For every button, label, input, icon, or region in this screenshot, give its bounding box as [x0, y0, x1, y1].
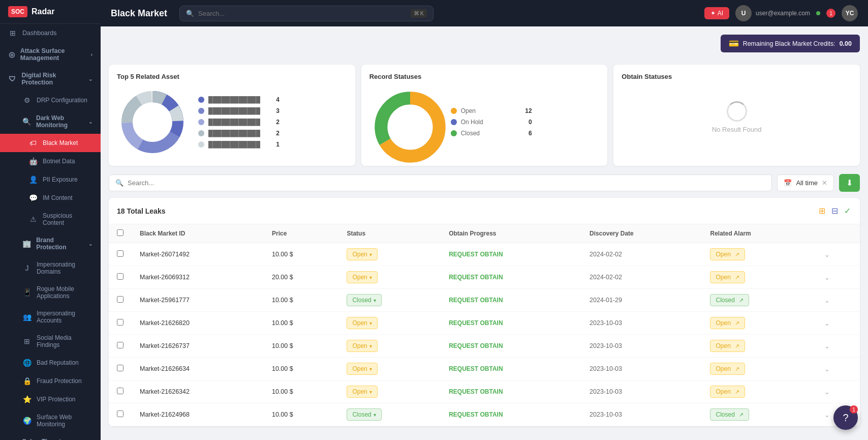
sidebar-item-drp-config[interactable]: ⚙ DRP Configuration [0, 91, 101, 109]
alarm-badge[interactable]: Closed ↗ [710, 294, 749, 306]
obtain-button[interactable]: REQUEST OBTAIN [449, 342, 503, 349]
search-input[interactable] [198, 10, 407, 17]
row-price: 10.00 $ [264, 335, 338, 358]
sidebar-item-black-market[interactable]: 🏷 Black Market [0, 134, 101, 152]
row-market-id: Market-21624968 [132, 403, 264, 426]
help-badge: 1 [850, 405, 858, 414]
sidebar-item-cti[interactable]: 🎯 Cyber Threat Intelligence › [0, 433, 101, 440]
external-link-icon[interactable]: ↗ [735, 343, 739, 349]
sidebar-item-fraud-protection[interactable]: 🔒 Fraud Protection [0, 372, 101, 390]
help-button[interactable]: ? 1 [833, 405, 858, 430]
obtain-button[interactable]: REQUEST OBTAIN [449, 297, 503, 304]
row-date: 2024-02-02 [581, 266, 702, 289]
row-checkbox[interactable] [117, 296, 123, 303]
alarm-badge[interactable]: Closed ↗ [710, 408, 749, 421]
sidebar-item-suspicious[interactable]: ⚠ Suspicious Content [0, 207, 101, 231]
sidebar-item-impersonating-domains[interactable]: J Impersonating Domains [0, 256, 101, 280]
sidebar-item-surface-web[interactable]: 🌍 Surface Web Monitoring [0, 408, 101, 433]
check-all-button[interactable]: ✓ [843, 205, 852, 217]
alarm-badge[interactable]: Open ↗ [710, 248, 745, 260]
obtain-button[interactable]: REQUEST OBTAIN [449, 274, 503, 281]
global-search[interactable]: 🔍 ⌘ K [179, 6, 433, 21]
obtain-button[interactable]: REQUEST OBTAIN [449, 411, 503, 418]
sidebar-item-impersonating-accounts[interactable]: 👥 Impersonating Accounts [0, 305, 101, 329]
external-link-icon[interactable]: ↗ [739, 297, 743, 304]
row-alarm: Closed ↗ [702, 403, 816, 426]
logo-icon: SOC [8, 6, 27, 17]
sidebar-item-im-content[interactable]: 💬 IM Content [0, 189, 101, 207]
row-checkbox[interactable] [117, 342, 123, 348]
dark-web-icon: 🔍 [22, 118, 31, 126]
row-market-id: Market-26069312 [132, 266, 264, 289]
expand-row-icon[interactable]: ⌄ [824, 274, 830, 281]
row-checkbox-cell [109, 266, 132, 289]
alarm-badge[interactable]: Open ↗ [710, 340, 745, 352]
external-link-icon[interactable]: ↗ [739, 412, 743, 418]
sidebar-item-dark-web[interactable]: 🔍 Dark Web Monitoring ⌄ [0, 109, 101, 134]
status-badge[interactable]: Open ▾ [347, 271, 377, 283]
clear-date-icon[interactable]: ✕ [822, 179, 827, 187]
external-link-icon[interactable]: ↗ [735, 389, 739, 395]
sidebar-item-pii-exposure[interactable]: 👤 PII Exposure [0, 170, 101, 189]
expand-row-icon[interactable]: ⌄ [824, 412, 830, 419]
alarm-badge[interactable]: Open ↗ [710, 317, 745, 329]
status-badge[interactable]: Closed ▾ [347, 294, 381, 306]
list-view-button[interactable]: ⊟ [830, 205, 839, 217]
sidebar-item-dashboards[interactable]: ⊞ Dashboards [0, 24, 101, 42]
ai-button[interactable]: ✦ AI [704, 7, 729, 19]
obtain-button[interactable]: REQUEST OBTAIN [449, 319, 503, 327]
row-checkbox[interactable] [117, 388, 123, 394]
grid-view-button[interactable]: ⊞ [818, 205, 826, 217]
expand-row-icon[interactable]: ⌄ [824, 366, 830, 373]
row-checkbox[interactable] [117, 250, 123, 257]
chevron-down-icon: ⌄ [88, 241, 92, 247]
credits-icon: 💳 [729, 39, 739, 48]
row-checkbox[interactable] [117, 319, 123, 326]
sidebar-item-brand-protection[interactable]: 🏢 Brand Protection ⌄ [0, 231, 101, 256]
sidebar-item-attack-surface[interactable]: ◎ Attack Surface Management › [0, 42, 101, 67]
status-badge[interactable]: Open ▾ [347, 340, 377, 352]
alarm-badge[interactable]: Open ↗ [710, 363, 745, 375]
external-link-icon[interactable]: ↗ [735, 251, 739, 258]
sidebar-item-label: VIP Protection [37, 396, 76, 403]
expand-row-icon[interactable]: ⌄ [824, 343, 830, 350]
status-badge[interactable]: Open ▾ [347, 363, 377, 375]
status-badge[interactable]: Open ▾ [347, 248, 377, 260]
legend-count-4: 2 [276, 130, 280, 137]
row-checkbox[interactable] [117, 273, 123, 280]
sidebar-item-rogue-mobile[interactable]: 📱 Rogue Mobile Applications [0, 280, 101, 305]
status-badge[interactable]: Closed ▾ [347, 408, 381, 421]
expand-row-icon[interactable]: ⌄ [824, 389, 830, 396]
sidebar-item-label: Impersonating Domains [37, 261, 92, 275]
external-link-icon[interactable]: ↗ [735, 366, 739, 372]
filter-search-input[interactable] [128, 179, 765, 187]
expand-row-icon[interactable]: ⌄ [824, 251, 830, 258]
date-filter[interactable]: 📅 All time ✕ [777, 174, 834, 191]
sidebar-item-social-media[interactable]: ⊞ Social Media Findings [0, 329, 101, 354]
expand-row-icon[interactable]: ⌄ [824, 297, 830, 304]
status-badge[interactable]: Open ▾ [347, 317, 377, 329]
status-badge[interactable]: Open ▾ [347, 386, 377, 398]
row-checkbox[interactable] [117, 365, 123, 371]
expand-row-icon[interactable]: ⌄ [824, 320, 830, 327]
obtain-button[interactable]: REQUEST OBTAIN [449, 365, 503, 372]
user-avatar-icon[interactable]: YC [842, 5, 858, 21]
external-link-icon[interactable]: ↗ [735, 320, 739, 327]
obtain-button[interactable]: REQUEST OBTAIN [449, 388, 503, 395]
sidebar-item-botnet-data[interactable]: 🤖 Botnet Data [0, 152, 101, 170]
row-checkbox[interactable] [117, 410, 123, 417]
alarm-badge[interactable]: Open ↗ [710, 386, 745, 398]
filter-search-box[interactable]: 🔍 [109, 174, 772, 191]
header-checkbox-cell [109, 224, 132, 243]
obtain-button[interactable]: REQUEST OBTAIN [449, 251, 503, 258]
export-button[interactable]: ⬇ [839, 174, 860, 192]
sidebar-item-vip-protection[interactable]: ⭐ VIP Protection [0, 390, 101, 408]
row-obtain: REQUEST OBTAIN [441, 243, 581, 266]
sidebar-item-digital-risk[interactable]: 🛡 Digital Risk Protection ⌄ [0, 67, 101, 91]
sidebar-item-bad-reputation[interactable]: 🌐 Bad Reputation [0, 354, 101, 372]
logo-text: Radar [32, 7, 54, 16]
external-link-icon[interactable]: ↗ [735, 274, 739, 281]
notification-badge[interactable]: 1 [826, 9, 835, 18]
select-all-checkbox[interactable] [117, 229, 123, 236]
alarm-badge[interactable]: Open ↗ [710, 271, 745, 283]
